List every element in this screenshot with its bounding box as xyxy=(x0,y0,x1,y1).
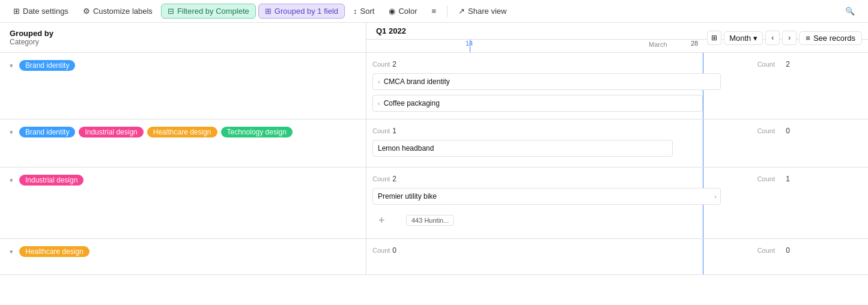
record-bar-premier[interactable]: Premier utility bike › xyxy=(372,188,721,205)
sort-icon: ↕ xyxy=(353,7,357,16)
count-right-val: 2 xyxy=(786,60,790,68)
calendar-icon: ⊞ xyxy=(13,7,20,16)
tag-industrial-design-2: Industrial design xyxy=(19,175,83,186)
tag-healthcare-design-2: Healthcare design xyxy=(19,246,90,257)
record-bar-cmca[interactable]: ‹ CMCA brand identity xyxy=(372,73,721,90)
group-timeline-brand-identity: Count 2 Count 2 ‹ CMCA brand identity ‹ … xyxy=(366,53,868,119)
collapse-icon[interactable]: ▾ xyxy=(10,177,13,184)
group-timeline-industrial: Count 2 Count 1 Premier utility bike › +… xyxy=(366,168,868,238)
date-line-14 xyxy=(470,40,470,52)
partial-record: 443 Huntin... xyxy=(406,215,454,226)
see-records-button[interactable]: ≡ See records xyxy=(799,31,862,45)
count-row: Count 1 Count 0 xyxy=(366,124,868,137)
records-icon: ≡ xyxy=(806,34,810,43)
color-button[interactable]: ◉ Color xyxy=(383,4,423,18)
gear-icon: ⚙ xyxy=(83,7,90,16)
group-sidebar-brand-identity: ▾ Brand identity xyxy=(0,53,366,119)
count-right-val: 0 xyxy=(786,127,790,135)
group-row-healthcare: ▾ Healthcare design Count 0 Count 0 xyxy=(0,239,868,275)
count-row: Count 2 Count 2 xyxy=(366,58,868,71)
tag-brand-identity: Brand identity xyxy=(19,60,75,71)
group-sidebar-multi: ▾ Brand identity Industrial design Healt… xyxy=(0,119,366,167)
share-view-button[interactable]: ↗ Share view xyxy=(452,4,512,18)
collapse-icon[interactable]: ▾ xyxy=(10,128,13,136)
count-right-label: Count xyxy=(757,127,775,134)
record-bar-coffee[interactable]: ‹ Coffee packaging xyxy=(372,95,703,112)
group-icon: ⊞ xyxy=(265,7,272,16)
sort-button[interactable]: ↕ Sort xyxy=(347,4,380,18)
group-label-header: Grouped by Category xyxy=(0,23,366,52)
count-row: Count 0 Count 0 xyxy=(366,244,868,257)
group-row-industrial: ▾ Industrial design Count 2 Count 1 Prem… xyxy=(0,168,868,239)
search-button[interactable]: 🔍 xyxy=(839,4,861,18)
chevron-left-icon: ‹ xyxy=(378,78,380,85)
record-label: Premier utility bike xyxy=(378,192,437,201)
prev-button[interactable]: ‹ xyxy=(765,31,780,45)
count-row: Count 2 Count 1 xyxy=(366,172,868,186)
grouped-by-title: Grouped by xyxy=(10,29,356,38)
vertical-line xyxy=(703,119,703,167)
count-right-val: 1 xyxy=(786,175,790,183)
chevron-down-icon: ▾ xyxy=(753,34,757,43)
grouped-by-field: Category xyxy=(10,38,356,46)
share-icon: ↗ xyxy=(458,7,465,16)
record-label: CMCA brand identity xyxy=(384,77,450,86)
color-icon: ◉ xyxy=(389,7,395,16)
tag-technology-design: Technology design xyxy=(221,127,293,137)
filter-icon: ⊟ xyxy=(168,7,174,16)
filtered-by-button[interactable]: ⊟ Filtered by Complete xyxy=(161,4,256,19)
chevron-left-icon: ‹ xyxy=(378,100,380,107)
add-record-row: + 443 Huntin... xyxy=(366,207,868,234)
record-bar-lemon[interactable]: Lemon headband xyxy=(372,140,673,157)
count-right-label: Count xyxy=(757,247,775,254)
grid-view-button[interactable]: ⊞ xyxy=(707,31,721,45)
toolbar-divider xyxy=(447,5,448,17)
month-selector[interactable]: Month ▾ xyxy=(724,31,763,45)
count-right-label: Count xyxy=(757,175,775,183)
expand-icon[interactable]: › xyxy=(714,193,717,200)
group-timeline-multi: Count 1 Count 0 Lemon headband xyxy=(366,119,868,167)
density-icon: ≡ xyxy=(431,7,436,16)
add-record-button[interactable]: + xyxy=(378,212,395,229)
group-row: ▾ Brand identity Count 2 Count 2 ‹ CMCA … xyxy=(0,53,868,119)
collapse-icon[interactable]: ▾ xyxy=(10,62,13,70)
collapse-icon[interactable]: ▾ xyxy=(10,248,13,256)
content-area: ▾ Brand identity Count 2 Count 2 ‹ CMCA … xyxy=(0,53,868,305)
record-label: Lemon headband xyxy=(378,144,434,152)
tag-industrial-design: Industrial design xyxy=(79,127,143,137)
group-row-multi: ▾ Brand identity Industrial design Healt… xyxy=(0,119,868,168)
timeline-controls: ⊞ Month ▾ ‹ › ≡ See records xyxy=(701,23,868,53)
group-timeline-healthcare: Count 0 Count 0 xyxy=(366,239,868,274)
date-settings-button[interactable]: ⊞ Date settings xyxy=(7,4,74,18)
date-28: 28 xyxy=(691,40,698,47)
grouped-by-button[interactable]: ⊞ Grouped by 1 field xyxy=(258,4,345,19)
record-label: Coffee packaging xyxy=(384,99,440,107)
density-button[interactable]: ≡ xyxy=(425,4,442,18)
tag-healthcare-design: Healthcare design xyxy=(147,127,217,137)
count-right-label: Count xyxy=(757,61,775,68)
tag-brand-identity-2: Brand identity xyxy=(19,127,75,137)
search-icon: 🔍 xyxy=(845,7,855,16)
next-button[interactable]: › xyxy=(782,31,797,45)
group-sidebar-healthcare: ▾ Healthcare design xyxy=(0,239,366,274)
timeline-header: Grouped by Category Q1 2022 March 14 28 … xyxy=(0,23,868,53)
count-right-val: 0 xyxy=(786,246,790,255)
vertical-line xyxy=(703,239,703,274)
group-sidebar-industrial: ▾ Industrial design xyxy=(0,168,366,238)
toolbar: ⊞ Date settings ⚙ Customize labels ⊟ Fil… xyxy=(0,0,868,23)
customize-labels-button[interactable]: ⚙ Customize labels xyxy=(77,4,159,18)
main-area: Grouped by Category Q1 2022 March 14 28 … xyxy=(0,23,868,305)
march-label: March xyxy=(649,41,667,48)
